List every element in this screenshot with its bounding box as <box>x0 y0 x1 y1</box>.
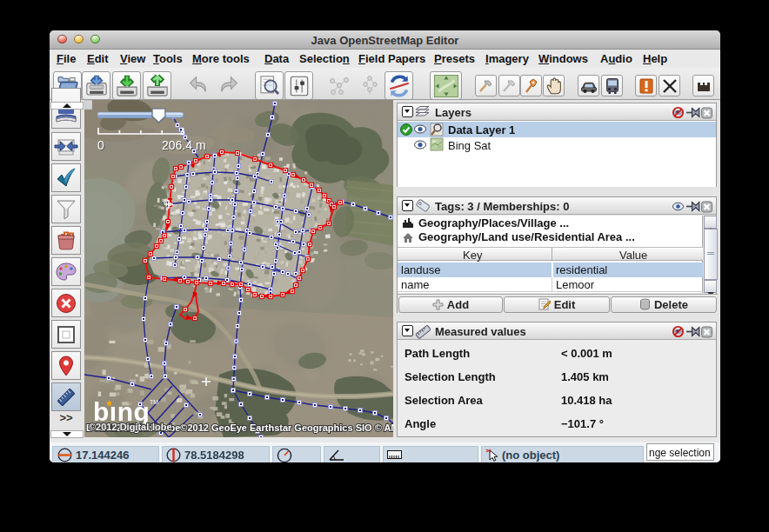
svg-text:TM: TM <box>150 399 158 405</box>
svg-text:0: 0 <box>97 138 104 152</box>
svg-text:©2012 Digital·lobe: ©2012 Digital·lobe <box>89 422 172 432</box>
svg-text:206.4 m: 206.4 m <box>162 138 206 152</box>
